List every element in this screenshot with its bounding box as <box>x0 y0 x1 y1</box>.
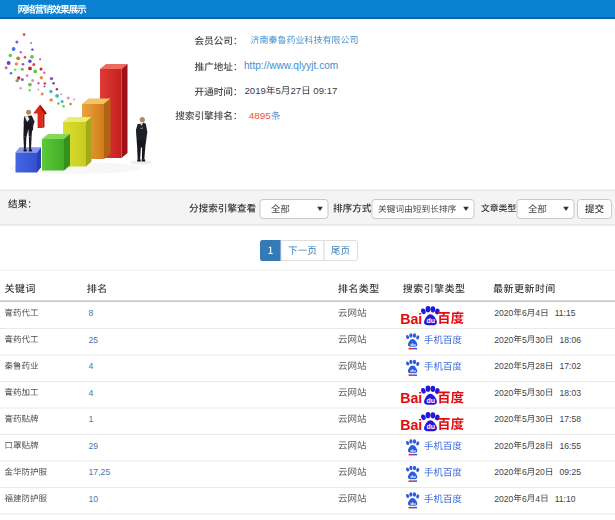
svg-text:du: du <box>410 474 416 479</box>
svg-text:2020: 2020 <box>494 361 513 371</box>
svg-text:17,25: 17,25 <box>89 467 111 477</box>
svg-text:6: 6 <box>522 308 527 318</box>
svg-text:11:15: 11:15 <box>555 308 576 318</box>
svg-text:10: 10 <box>89 494 99 504</box>
svg-text:6: 6 <box>522 494 527 504</box>
svg-text:28: 28 <box>535 361 545 371</box>
svg-text:30: 30 <box>535 388 545 398</box>
svg-text:Bai: Bai <box>400 311 422 327</box>
svg-text:5: 5 <box>522 441 527 451</box>
svg-text:17:02: 17:02 <box>560 361 582 371</box>
svg-text:11:10: 11:10 <box>555 494 576 504</box>
svg-text:2020: 2020 <box>494 494 513 504</box>
svg-text:20: 20 <box>535 467 545 477</box>
svg-text:16:55: 16:55 <box>560 441 582 451</box>
svg-text:8: 8 <box>89 308 94 318</box>
svg-text:18:03: 18:03 <box>560 388 582 398</box>
svg-text:2020: 2020 <box>494 441 513 451</box>
svg-text:25: 25 <box>89 335 99 345</box>
svg-text:2020: 2020 <box>494 308 513 318</box>
svg-text:5: 5 <box>522 388 527 398</box>
svg-text:du: du <box>410 368 416 373</box>
svg-text:5: 5 <box>522 361 527 371</box>
svg-text:2020: 2020 <box>494 467 513 477</box>
svg-text:1: 1 <box>89 414 94 424</box>
svg-text:2020: 2020 <box>494 414 513 424</box>
svg-text:du: du <box>427 317 436 324</box>
svg-text:18:06: 18:06 <box>560 335 582 345</box>
svg-text:4: 4 <box>535 308 540 318</box>
svg-text:6: 6 <box>522 467 527 477</box>
svg-text:2020: 2020 <box>494 335 513 345</box>
svg-text:09:25: 09:25 <box>560 467 582 477</box>
svg-text:du: du <box>410 342 416 347</box>
svg-text:27: 27 <box>290 85 301 96</box>
svg-text:30: 30 <box>535 335 545 345</box>
svg-text:28: 28 <box>535 441 545 451</box>
svg-text:09:17: 09:17 <box>311 85 338 96</box>
svg-text:5: 5 <box>522 414 527 424</box>
svg-text:du: du <box>410 448 416 453</box>
svg-text:http://www.qlyyjt.com: http://www.qlyyjt.com <box>244 60 338 71</box>
svg-text:du: du <box>427 397 436 404</box>
svg-text:4: 4 <box>535 494 540 504</box>
svg-text:5: 5 <box>522 335 527 345</box>
svg-text:du: du <box>410 501 416 506</box>
svg-text:5: 5 <box>276 85 281 96</box>
svg-text:30: 30 <box>535 414 545 424</box>
svg-text:2020: 2020 <box>494 388 513 398</box>
svg-text:du: du <box>427 423 436 430</box>
svg-text:Bai: Bai <box>400 417 422 433</box>
svg-text:4: 4 <box>89 361 94 371</box>
svg-text:29: 29 <box>89 441 99 451</box>
svg-text:4895: 4895 <box>249 110 271 121</box>
svg-text:Bai: Bai <box>400 390 422 406</box>
svg-text:2019: 2019 <box>245 85 266 96</box>
svg-text:4: 4 <box>89 388 94 398</box>
svg-text:17:58: 17:58 <box>560 414 582 424</box>
